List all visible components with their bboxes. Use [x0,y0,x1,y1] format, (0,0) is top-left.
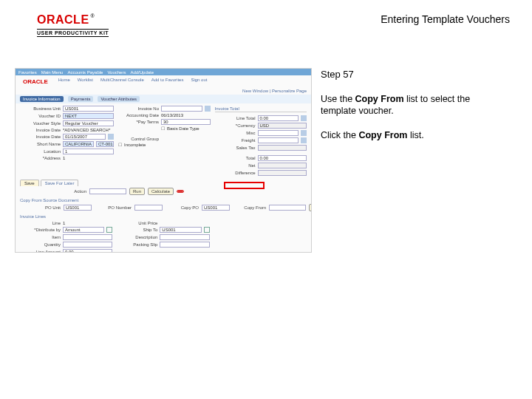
step-label: Step 57 [321,68,500,81]
run-button[interactable]: Run [129,188,145,195]
lookup-icon[interactable] [106,227,112,233]
label: Accounting Date [118,113,159,117]
field[interactable] [63,234,112,240]
field[interactable]: 0.00 [258,115,299,121]
col-right: Invoice Total Line Total0.00 *CurrencyUS… [215,106,307,176]
oracle-wordmark: ORACLE® [37,13,95,27]
field[interactable]: US001 [202,205,230,211]
field [258,163,307,168]
upk-subtitle: USER PRODUCTIVITY KIT [37,29,109,37]
page-header: ORACLE® USER PRODUCTIVITY KIT Entering T… [0,0,532,41]
invoice-info-panel: Business UnitUS001 Voucher IDNEXT Vouche… [16,103,311,178]
field[interactable]: 0.00 [258,155,307,161]
field[interactable]: US001 [64,205,92,211]
invoice-total-header: Invoice Total [215,106,307,112]
crumb: Vouchers [107,70,126,75]
calc-icon[interactable] [301,115,307,121]
label: PO Unit [20,205,61,210]
new-window-link[interactable]: New Window [242,89,268,93]
crumb: Main Menu [41,70,64,75]
crumb: Favorites [18,70,37,75]
field [258,145,307,151]
label: Net [215,163,256,168]
instruction-column: Step 57 Use the Copy From list to select… [312,68,500,253]
copy-from-select[interactable] [269,205,306,211]
label: Voucher ID [20,114,61,118]
label: PO Number [95,205,132,210]
checkbox[interactable]: ☐ [161,126,165,131]
label: Description [117,235,157,239]
label: Ship To [117,228,157,232]
lookup-icon[interactable] [204,227,210,233]
label: Line Total [215,116,256,120]
subnav-active[interactable]: Invoice Information [20,96,64,102]
subnav-item[interactable]: Voucher Attributes [98,96,140,102]
menu-item[interactable]: Add to Favorites [151,78,184,85]
oracle-mini-logo: ORACLE [20,78,51,85]
field[interactable] [258,130,299,136]
label: *Address [20,156,61,160]
label: Copy From [233,205,266,210]
copy-row-1: PO Unit US001 PO Number Copy PO US001 Co… [16,202,311,213]
instruction-para-1: Use the Copy From list to select the tem… [321,93,500,118]
field: USD [258,123,307,129]
subnav-item[interactable]: Payments [68,96,94,102]
app-screenshot: Favorites Main Menu Accounts Payable Vou… [15,68,312,253]
calc-button[interactable]: Calculate [148,188,174,195]
field[interactable]: Regular Voucher [63,120,114,126]
personalize-link[interactable]: Personalize Page [272,89,307,93]
label: Line Amount [20,250,61,253]
calc-icon[interactable] [301,137,307,143]
voucher-tabs: Save Save For Later [16,180,311,186]
label: Misc [215,131,256,135]
calendar-icon[interactable] [108,134,114,140]
menu-item[interactable]: Worklist [78,78,93,85]
field[interactable]: CALIFORNIA [63,141,94,147]
tab[interactable]: Save [20,180,39,186]
label: Line [20,221,61,225]
field[interactable] [258,137,299,143]
field[interactable]: US001 [160,227,201,233]
error-button[interactable] [177,190,184,193]
menu-item[interactable]: MultiChannel Console [100,78,144,85]
label: *Currency [215,123,256,128]
checkbox[interactable]: ☐ [118,143,122,147]
field[interactable] [63,242,112,248]
oracle-logo-block: ORACLE® USER PRODUCTIVITY KIT [37,13,109,37]
field[interactable]: 1 [63,149,114,154]
tab[interactable]: Save For Later [41,180,79,186]
col-left: Business UnitUS001 Voucher IDNEXT Vouche… [20,106,114,176]
page: ORACLE® USER PRODUCTIVITY KIT Entering T… [0,0,532,399]
field[interactable]: Amount [63,227,104,233]
app-top-menu: ORACLE Home Worklist MultiChannel Consol… [16,75,311,87]
calc-icon[interactable] [301,130,307,136]
field[interactable]: 0.00 [63,249,112,253]
field[interactable]: 01/15/2007 [63,134,106,140]
action-label: Action [20,189,86,194]
field[interactable] [161,106,202,112]
label: Invoice Date [20,134,61,139]
label: Total [215,156,256,160]
col-mid: Invoice No Accounting Date06/13/2013 *Pa… [118,106,211,176]
field[interactable]: NEXT [63,113,114,119]
content-area: Favorites Main Menu Accounts Payable Vou… [0,68,532,253]
label: Invoice Date [20,128,61,132]
field[interactable] [134,205,163,211]
menu-item[interactable]: Home [58,78,70,85]
action-select[interactable] [89,188,126,194]
menu-item[interactable]: Sign out [191,78,207,85]
field[interactable] [160,242,209,248]
field-suffix[interactable]: CT-001 [96,141,114,147]
lookup-icon[interactable] [205,106,211,112]
label: Voucher Style [20,121,61,126]
field[interactable]: US001 [63,106,114,112]
instruction-para-2: Click the Copy From list. [321,129,500,142]
field[interactable] [160,234,209,240]
go-button[interactable]: Go [309,204,312,211]
label: Freight [215,138,256,143]
lines-title: Invoice Lines [16,213,311,219]
invoice-lines: Line1 *Distribute byAmount Item Quantity… [16,219,311,253]
document-title: Entering Template Vouchers [381,13,510,25]
screenshot-column: Favorites Main Menu Accounts Payable Vou… [15,68,312,253]
field[interactable]: 30 [161,119,211,125]
